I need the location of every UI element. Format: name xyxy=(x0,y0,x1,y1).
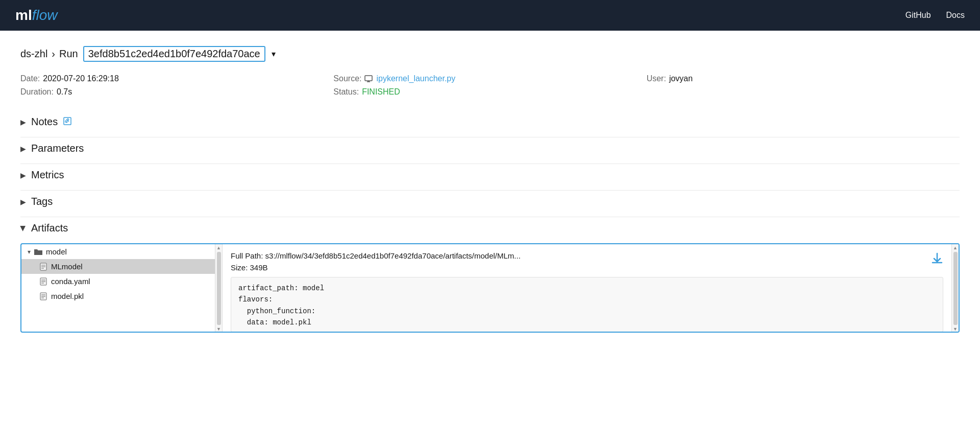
content-line-1: artifact_path: model xyxy=(238,283,936,294)
status-label: Status: xyxy=(333,87,359,97)
metadata-grid: Date: 2020-07-20 16:29:18 Source: ipyker… xyxy=(20,74,960,97)
size-label: Size: xyxy=(231,263,248,272)
folder-icon xyxy=(34,248,43,255)
user-value: jovyan xyxy=(669,74,693,83)
source-label: Source: xyxy=(333,74,361,83)
full-path-value: s3://mlflow/34/3efd8b51c2ed4ed1b0f7e492f… xyxy=(265,251,521,260)
date-item: Date: 2020-07-20 16:29:18 xyxy=(20,74,333,83)
artifacts-section: ▶ Artifacts ▾ model xyxy=(20,217,960,333)
file-name-pkl: model.pkl xyxy=(51,292,84,300)
source-value-container: ipykernel_launcher.py xyxy=(364,74,455,83)
artifacts-container: ▾ model MLmodel xyxy=(20,243,960,333)
breadcrumb-separator: › xyxy=(52,48,55,60)
tree-item-mlmodel[interactable]: MLmodel xyxy=(21,259,215,274)
file-icon-pkl xyxy=(40,292,47,300)
metrics-title: Metrics xyxy=(31,169,64,181)
tags-toggle-icon: ▶ xyxy=(20,198,26,206)
file-size-row: Size: 349B xyxy=(231,263,943,272)
notes-toggle-icon: ▶ xyxy=(20,118,26,126)
date-label: Date: xyxy=(20,74,40,83)
main-content: ds-zhl › Run 3efd8b51c2ed4ed1b0f7e492fda… xyxy=(0,31,980,443)
github-link[interactable]: GitHub xyxy=(905,11,931,20)
metrics-section: ▶ Metrics xyxy=(20,164,960,186)
content-line-2: flavors: xyxy=(238,294,936,305)
docs-link[interactable]: Docs xyxy=(946,11,965,20)
run-label: Run xyxy=(59,48,78,60)
content-line-4: data: model.pkl xyxy=(238,317,936,328)
logo-ml: ml xyxy=(15,7,32,24)
file-content: artifact_path: model flavors: python_fun… xyxy=(231,277,943,332)
logo-flow: flow xyxy=(32,7,58,24)
detail-scrollbar[interactable]: ▲ ▼ xyxy=(951,244,959,332)
artifacts-toggle-icon: ▶ xyxy=(19,225,28,231)
status-item: Status: FINISHED xyxy=(333,87,646,97)
file-tree: ▾ model MLmodel xyxy=(21,244,215,332)
tree-item-model[interactable]: ▾ model xyxy=(21,244,215,259)
notes-header[interactable]: ▶ Notes xyxy=(20,111,960,133)
user-item: User: jovyan xyxy=(647,74,960,83)
full-path-label: Full Path: xyxy=(231,251,263,260)
metrics-toggle-icon: ▶ xyxy=(20,171,26,179)
run-dropdown-arrow[interactable]: ▾ xyxy=(272,49,276,59)
source-value[interactable]: ipykernel_launcher.py xyxy=(376,74,455,83)
logo: ml flow xyxy=(15,7,57,24)
header-nav: GitHub Docs xyxy=(905,11,965,20)
size-value: 349B xyxy=(250,263,268,272)
parameters-title: Parameters xyxy=(31,143,84,154)
content-line-3: python_function: xyxy=(238,306,936,317)
tree-item-model-pkl[interactable]: model.pkl xyxy=(21,289,215,304)
file-detail-panel: Full Path: s3://mlflow/34/3efd8b51c2ed4e… xyxy=(223,244,951,332)
app-header: ml flow GitHub Docs xyxy=(0,0,980,31)
source-item: Source: ipykernel_launcher.py xyxy=(333,74,646,83)
duration-label: Duration: xyxy=(20,87,54,97)
breadcrumb: ds-zhl › Run 3efd8b51c2ed4ed1b0f7e492fda… xyxy=(20,46,960,62)
svg-rect-0 xyxy=(365,76,372,81)
run-id: 3efd8b51c2ed4ed1b0f7e492fda70ace xyxy=(83,46,265,62)
duration-item: Duration: 0.7s xyxy=(20,87,333,97)
user-label: User: xyxy=(647,74,666,83)
artifacts-header[interactable]: ▶ Artifacts xyxy=(20,217,960,239)
tree-item-conda-yaml[interactable]: conda.yaml xyxy=(21,274,215,289)
file-name-mlmodel: MLmodel xyxy=(51,262,83,271)
download-button[interactable] xyxy=(930,251,944,269)
file-name-conda: conda.yaml xyxy=(51,277,90,286)
parameters-header[interactable]: ▶ Parameters xyxy=(20,137,960,159)
metrics-header[interactable]: ▶ Metrics xyxy=(20,164,960,186)
folder-toggle-model: ▾ xyxy=(28,248,31,255)
file-icon-mlmodel xyxy=(40,263,47,271)
file-icon-conda xyxy=(40,277,47,286)
notes-section: ▶ Notes xyxy=(20,111,960,133)
experiment-name[interactable]: ds-zhl xyxy=(20,48,47,60)
monitor-icon xyxy=(364,75,373,82)
parameters-toggle-icon: ▶ xyxy=(20,145,26,153)
full-path-row: Full Path: s3://mlflow/34/3efd8b51c2ed4e… xyxy=(231,251,943,260)
artifacts-title: Artifacts xyxy=(31,222,68,234)
date-value: 2020-07-20 16:29:18 xyxy=(43,74,119,83)
folder-name-model: model xyxy=(46,247,67,256)
notes-title: Notes xyxy=(31,116,58,128)
tags-section: ▶ Tags xyxy=(20,191,960,213)
tags-header[interactable]: ▶ Tags xyxy=(20,191,960,213)
duration-value: 0.7s xyxy=(57,87,72,97)
tree-scrollbar[interactable]: ▲ ▼ xyxy=(215,244,223,332)
notes-edit-icon[interactable] xyxy=(63,116,72,128)
tags-title: Tags xyxy=(31,196,53,207)
status-value: FINISHED xyxy=(362,87,400,97)
parameters-section: ▶ Parameters xyxy=(20,137,960,159)
